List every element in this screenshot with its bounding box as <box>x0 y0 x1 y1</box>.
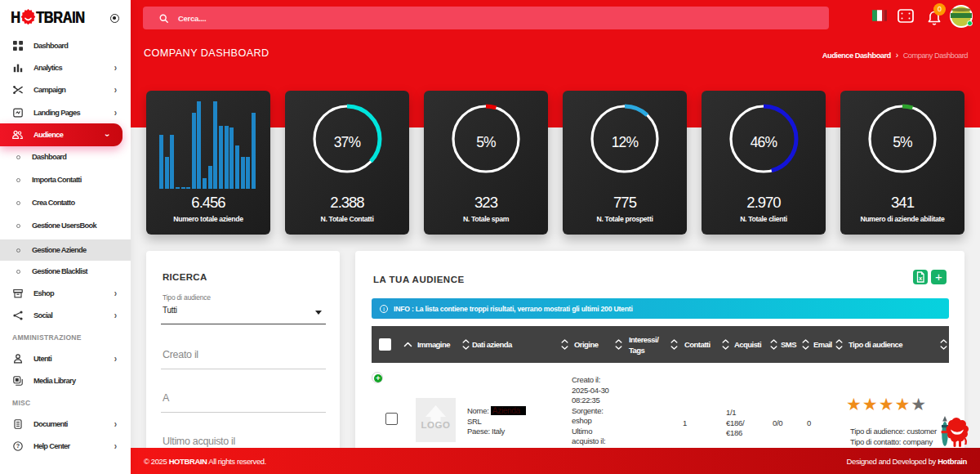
svg-text:?: ? <box>16 442 19 449</box>
svg-text:LOGO: LOGO <box>421 420 451 430</box>
svg-text:x: x <box>919 275 923 282</box>
